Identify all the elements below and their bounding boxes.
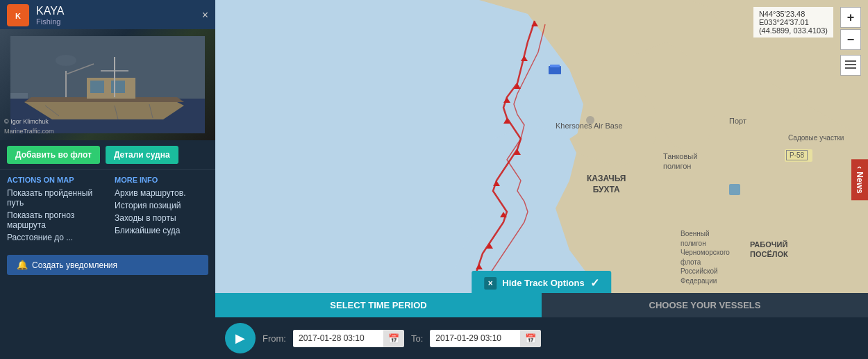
hide-track-check-icon: ✓ <box>590 276 599 290</box>
map-controls: + − <box>840 7 861 76</box>
svg-point-18 <box>586 116 594 124</box>
layers-icon <box>844 58 858 72</box>
svg-text:K: K <box>15 12 21 20</box>
map-layers-button[interactable] <box>840 55 861 76</box>
hide-track-button[interactable]: × Hide Track Options ✓ <box>471 271 611 295</box>
coord-decimal: (44.5899, 033.4103) <box>759 26 828 35</box>
news-tab-label: News <box>855 172 865 193</box>
svg-rect-19 <box>729 184 740 195</box>
vessel-logo: K <box>7 4 29 26</box>
actions-on-map-col: ACTIONS ON MAP Показать пройденный путь … <box>7 176 101 245</box>
vessel-details-button[interactable]: Детали судна <box>106 146 178 164</box>
show-forecast-link[interactable]: Показать прогноз маршрута <box>7 210 101 230</box>
track-panel: SELECT TIME PERIOD CHOOSE YOUR VESSELS ▶… <box>215 293 868 359</box>
track-panel-content: ▶ From: 📅 To: 📅 <box>215 317 868 359</box>
vessel-header: K KAYA Fishing × <box>0 0 215 29</box>
actions-section: ACTIONS ON MAP Показать пройденный путь … <box>0 169 215 251</box>
from-date-input[interactable] <box>293 330 383 347</box>
from-calendar-button[interactable]: 📅 <box>383 330 404 347</box>
svg-rect-17 <box>785 149 812 162</box>
create-alert-button[interactable]: 🔔 Создать уведомления <box>7 255 208 275</box>
actions-on-map-title: ACTIONS ON MAP <box>7 176 101 184</box>
vessel-actions: Добавить во флот Детали судна <box>0 140 215 169</box>
from-label: From: <box>262 333 286 344</box>
svg-point-15 <box>56 55 76 66</box>
image-source: MarineTraffic.com <box>4 128 54 135</box>
svg-rect-35 <box>845 67 856 69</box>
vessel-type: Fishing <box>36 17 64 26</box>
svg-rect-11 <box>10 93 28 99</box>
hide-track-label: Hide Track Options <box>502 278 584 288</box>
left-panel: K KAYA Fishing × <box>0 0 215 359</box>
more-info-title: MORE INFO <box>115 176 208 184</box>
vessel-image-placeholder: © Igor Klimchuk MarineTraffic.com <box>0 29 215 140</box>
news-chevron-icon: ‹ <box>855 166 865 169</box>
show-track-link[interactable]: Показать пройденный путь <box>7 188 101 208</box>
svg-rect-34 <box>845 64 856 65</box>
to-date-input-wrap: 📅 <box>430 330 541 347</box>
to-label: To: <box>411 333 423 344</box>
coord-lon: E033°24'37.01 <box>759 18 828 26</box>
nearby-vessels-link[interactable]: Ближайшие суда <box>115 226 208 235</box>
create-alert-label: Создать уведомления <box>32 260 117 270</box>
port-calls-link[interactable]: Заходы в порты <box>115 213 208 223</box>
vessel-image: © Igor Klimchuk MarineTraffic.com <box>0 29 215 140</box>
select-time-period-tab[interactable]: SELECT TIME PERIOD <box>215 293 542 317</box>
hide-track-close-icon: × <box>484 277 496 290</box>
to-calendar-button[interactable]: 📅 <box>520 330 541 347</box>
from-date-input-wrap: 📅 <box>293 330 404 347</box>
more-info-col: MORE INFO Архив маршрутов. История позиц… <box>115 176 208 245</box>
svg-rect-6 <box>111 81 125 93</box>
choose-vessels-tab[interactable]: CHOOSE YOUR VESSELS <box>542 293 868 317</box>
vessel-name: KAYA <box>36 5 64 17</box>
coord-lat: N44°35'23.48 <box>759 10 828 18</box>
add-to-fleet-button[interactable]: Добавить во флот <box>7 146 100 164</box>
zoom-in-button[interactable]: + <box>840 7 861 28</box>
news-tab[interactable]: ‹ News <box>851 159 868 200</box>
to-date-input[interactable] <box>430 330 520 347</box>
coordinates-display: N44°35'23.48 E033°24'37.01 (44.5899, 033… <box>753 7 833 37</box>
svg-rect-5 <box>90 81 104 93</box>
map-area[interactable]: Khersones Air Base КАЗАЧЬЯБУХТА Порт Тан… <box>215 0 868 359</box>
vessel-header-left: K KAYA Fishing <box>7 4 64 26</box>
zoom-out-button[interactable]: − <box>840 29 861 50</box>
distance-to-link[interactable]: Расстояние до ... <box>7 233 101 242</box>
svg-rect-33 <box>845 60 856 62</box>
bell-icon: 🔔 <box>17 260 28 270</box>
play-button[interactable]: ▶ <box>225 323 256 353</box>
vessel-name-block: KAYA Fishing <box>36 5 64 26</box>
route-archive-link[interactable]: Архив маршрутов. <box>115 188 208 198</box>
image-credit: © Igor Klimchuk <box>4 118 49 125</box>
position-history-link[interactable]: История позиций <box>115 201 208 210</box>
track-panel-tabs: SELECT TIME PERIOD CHOOSE YOUR VESSELS <box>215 293 868 317</box>
close-panel-button[interactable]: × <box>202 9 208 22</box>
